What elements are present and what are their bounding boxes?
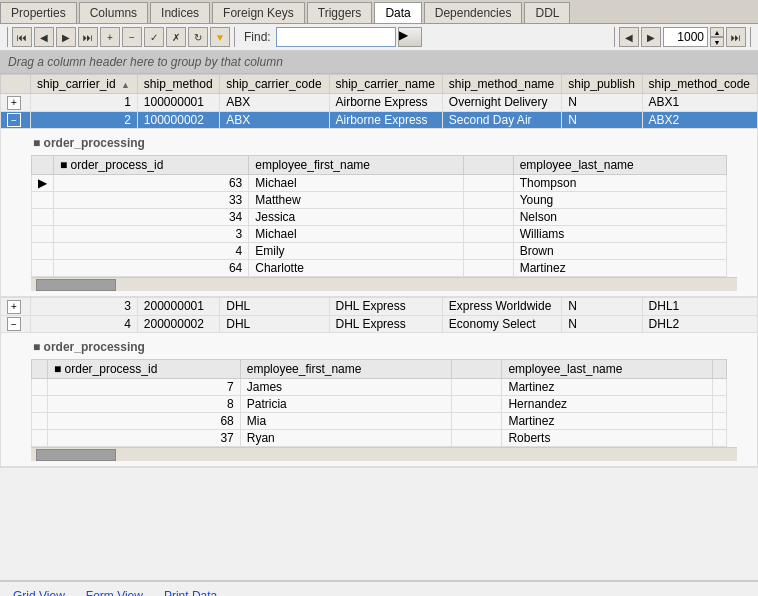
- code-cell: ABX: [220, 94, 329, 112]
- expand-cell[interactable]: −: [1, 315, 31, 333]
- process-id: 68: [48, 413, 241, 430]
- sub-scrollbar-2[interactable]: [36, 449, 116, 461]
- tab-dependencies[interactable]: Dependencies: [424, 2, 523, 23]
- col-header-method[interactable]: ship_method: [137, 75, 219, 94]
- sub-header-row-2: ■ order_process_id employee_first_name e…: [32, 360, 727, 379]
- sub-col-process-id[interactable]: ■ order_process_id: [48, 360, 241, 379]
- col-header-method-code[interactable]: ship_method_code: [642, 75, 757, 94]
- first-name: Michael: [249, 226, 463, 243]
- nav-next-btn[interactable]: ▶: [56, 27, 76, 47]
- list-item[interactable]: 37 Ryan Roberts: [32, 430, 727, 447]
- col-header-id[interactable]: ship_carrier_id ▲: [31, 75, 138, 94]
- list-item[interactable]: ▶ 63 Michael Thompson: [32, 175, 727, 192]
- nav-arrow: [32, 430, 48, 447]
- sub-col-last-name[interactable]: employee_last_name: [502, 360, 713, 379]
- sub-scroll-stub-1[interactable]: [31, 277, 737, 291]
- tab-columns[interactable]: Columns: [79, 2, 148, 23]
- nav-first-btn[interactable]: ⏮: [12, 27, 32, 47]
- spin-up[interactable]: ▲: [710, 27, 724, 37]
- tab-properties[interactable]: Properties: [0, 2, 77, 23]
- scroll-cell: [713, 413, 727, 430]
- method-code-cell: DHL2: [642, 315, 757, 333]
- process-id: 37: [48, 430, 241, 447]
- sub-scroll-stub-2[interactable]: [31, 447, 737, 461]
- add-btn[interactable]: +: [100, 27, 120, 47]
- sub-col-first-name[interactable]: employee_first_name: [240, 360, 452, 379]
- limit-spinner[interactable]: ▲ ▼: [710, 27, 724, 47]
- limit-input[interactable]: [663, 27, 708, 47]
- name-cell: Airborne Express: [329, 94, 442, 112]
- table-row[interactable]: + 3 200000001 DHL DHL Express Express Wo…: [1, 298, 758, 316]
- nav2-prev-btn[interactable]: ◀: [619, 27, 639, 47]
- nav-arrow: [32, 413, 48, 430]
- first-name: Patricia: [240, 396, 452, 413]
- code-cell: ABX: [220, 111, 329, 129]
- sub-col-first-name[interactable]: employee_first_name: [249, 156, 463, 175]
- list-item[interactable]: 64 Charlotte Martinez: [32, 260, 727, 277]
- tab-indices[interactable]: Indices: [150, 2, 210, 23]
- publish-cell: N: [562, 94, 642, 112]
- expand-cell[interactable]: +: [1, 94, 31, 112]
- bottom-tab-print[interactable]: Print Data: [156, 587, 225, 596]
- group-header: Drag a column header here to group by th…: [0, 51, 758, 74]
- process-id: 8: [48, 396, 241, 413]
- col-header-method-name[interactable]: ship_method_name: [442, 75, 561, 94]
- expand-cell[interactable]: −: [1, 111, 31, 129]
- list-item[interactable]: 34 Jessica Nelson: [32, 209, 727, 226]
- cancel-btn[interactable]: ✗: [166, 27, 186, 47]
- nav2-next-btn[interactable]: ▶: [641, 27, 661, 47]
- code-cell: DHL: [220, 298, 329, 316]
- nav2-last-btn[interactable]: ⏭: [726, 27, 746, 47]
- spacer: [452, 413, 502, 430]
- find-go-btn[interactable]: ▶: [398, 27, 422, 47]
- spin-down[interactable]: ▼: [710, 37, 724, 47]
- list-item[interactable]: 4 Emily Brown: [32, 243, 727, 260]
- bottom-tab-form[interactable]: Form View: [78, 587, 151, 596]
- header-row: ship_carrier_id ▲ ship_method ship_carri…: [1, 75, 758, 94]
- table-container[interactable]: ship_carrier_id ▲ ship_method ship_carri…: [0, 74, 758, 580]
- delete-btn[interactable]: −: [122, 27, 142, 47]
- list-item[interactable]: 33 Matthew Young: [32, 192, 727, 209]
- table-row[interactable]: − 4 200000002 DHL DHL Express Economy Se…: [1, 315, 758, 333]
- first-name: James: [240, 379, 452, 396]
- bottom-tab-grid[interactable]: Grid View: [5, 587, 73, 596]
- table-row[interactable]: − 2 100000002 ABX Airborne Express Secon…: [1, 111, 758, 129]
- first-name: Emily: [249, 243, 463, 260]
- sub-grid-2: ■ order_process_id employee_first_name e…: [31, 359, 727, 447]
- refresh-btn[interactable]: ↻: [188, 27, 208, 47]
- tab-triggers[interactable]: Triggers: [307, 2, 373, 23]
- spacer: [463, 192, 513, 209]
- sub-scrollbar-1[interactable]: [36, 279, 116, 291]
- expand-btn[interactable]: −: [7, 113, 21, 127]
- filter-btn[interactable]: ▼: [210, 27, 230, 47]
- table-row[interactable]: + 1 100000001 ABX Airborne Express Overn…: [1, 94, 758, 112]
- nav-prev-btn[interactable]: ◀: [34, 27, 54, 47]
- list-item[interactable]: 68 Mia Martinez: [32, 413, 727, 430]
- save-btn[interactable]: ✓: [144, 27, 164, 47]
- expand-cell[interactable]: +: [1, 298, 31, 316]
- spacer: [463, 175, 513, 192]
- find-input[interactable]: [276, 27, 396, 47]
- expand-btn[interactable]: +: [7, 96, 21, 110]
- list-item[interactable]: 3 Michael Williams: [32, 226, 727, 243]
- sub-scroll-outer-2: ■ order_process_id employee_first_name e…: [31, 359, 737, 447]
- sub-col-process-id[interactable]: ■ order_process_id: [54, 156, 249, 175]
- id-cell: 1: [31, 94, 138, 112]
- sub-table-2: ■ order_processing ■ order_process_id em…: [1, 333, 757, 467]
- toolbar: ⏮ ◀ ▶ ⏭ + − ✓ ✗ ↻ ▼ Find: ▶ ◀ ▶ ▲ ▼ ⏭: [0, 24, 758, 51]
- list-item[interactable]: 8 Patricia Hernandez: [32, 396, 727, 413]
- nav-last-btn[interactable]: ⏭: [78, 27, 98, 47]
- expand-btn[interactable]: +: [7, 300, 21, 314]
- expand-btn[interactable]: −: [7, 317, 21, 331]
- tab-data[interactable]: Data: [374, 2, 421, 23]
- tab-foreign-keys[interactable]: Foreign Keys: [212, 2, 305, 23]
- list-item[interactable]: 7 James Martinez: [32, 379, 727, 396]
- col-header-name[interactable]: ship_carrier_name: [329, 75, 442, 94]
- main-area: ship_carrier_id ▲ ship_method ship_carri…: [0, 74, 758, 580]
- sub-col-spacer: [452, 360, 502, 379]
- tab-ddl[interactable]: DDL: [524, 2, 570, 23]
- col-header-code[interactable]: ship_carrier_code: [220, 75, 329, 94]
- method-name-cell: Second Day Air: [442, 111, 561, 129]
- col-header-publish[interactable]: ship_publish: [562, 75, 642, 94]
- sub-col-last-name[interactable]: employee_last_name: [513, 156, 726, 175]
